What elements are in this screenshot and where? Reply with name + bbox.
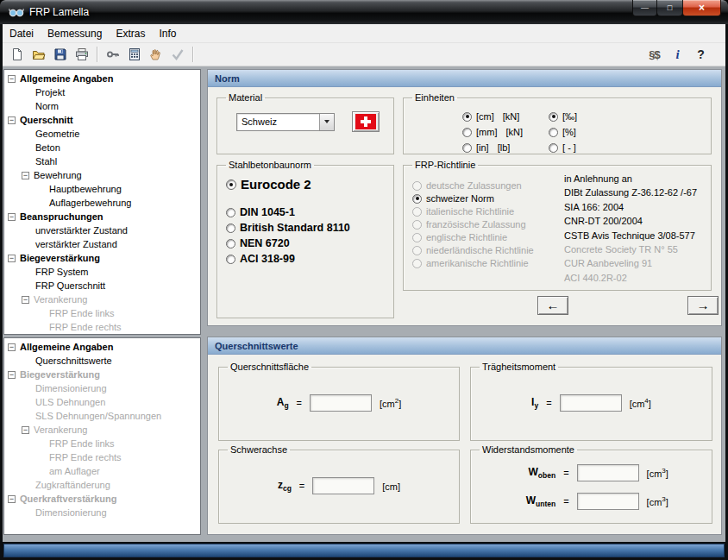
hand-icon bbox=[149, 47, 163, 61]
tree-row: Dimensionierung bbox=[4, 381, 200, 395]
collapse-toggle-icon[interactable]: − bbox=[8, 371, 16, 379]
menu-bemessung[interactable]: Bemessung bbox=[41, 24, 109, 42]
radio-nen-6720[interactable]: NEN 6720 bbox=[226, 237, 388, 249]
info-button[interactable]: i bbox=[667, 44, 688, 65]
radio-in-lb[interactable]: [in][lb] bbox=[462, 142, 523, 153]
tree-item-beanspruchungen[interactable]: Beanspruchungen bbox=[20, 211, 104, 222]
tree-item-allgemeine-angaben[interactable]: Allgemeine Angaben bbox=[20, 73, 113, 84]
license-info-button[interactable]: §$ bbox=[643, 44, 665, 65]
tree-item-querschnittswerte[interactable]: Querschnittswerte bbox=[35, 356, 112, 366]
tree-item-querschnitt[interactable]: Querschnitt bbox=[20, 115, 73, 125]
tree-item-stahl[interactable]: Stahl bbox=[35, 156, 57, 167]
collapse-toggle-icon[interactable]: − bbox=[8, 116, 16, 124]
radio-cm-kn[interactable]: [cm][kN] bbox=[462, 111, 523, 122]
tree-item-frp-ende-links: FRP Ende links bbox=[49, 308, 115, 318]
norm-panel: Norm Material Schweiz Einheiten [cm][ bbox=[207, 69, 722, 326]
print-button[interactable] bbox=[71, 44, 92, 65]
section-moduli-group: Widerstandsmomente Woben = [cm3] Wunten … bbox=[470, 444, 712, 524]
tree-item-auflagerbewehrung[interactable]: Auflagerbewehrung bbox=[49, 198, 131, 208]
tree-item-verankerung: Verankerung bbox=[34, 294, 87, 305]
radio-label: deutsche Zulassungen bbox=[426, 180, 522, 191]
tree-item-beton[interactable]: Beton bbox=[35, 142, 60, 153]
tree-item-verstaerkter-zustand[interactable]: verstärkter Zustand bbox=[35, 239, 117, 249]
radio-eurocode-2[interactable]: Eurocode 2 bbox=[226, 177, 388, 192]
radio-mm-kn[interactable]: [mm][kN] bbox=[462, 127, 523, 137]
chevron-down-icon[interactable] bbox=[319, 114, 334, 130]
material-select[interactable]: Schweiz bbox=[236, 113, 335, 131]
collapse-toggle-icon[interactable]: − bbox=[8, 75, 16, 83]
radio-label: DIN 1045-1 bbox=[240, 206, 295, 218]
swiss-flag-icon bbox=[355, 114, 376, 129]
tree-row: SLS Dehnungen/Spannungen bbox=[4, 409, 200, 423]
pan-button[interactable] bbox=[145, 44, 166, 65]
collapse-toggle-icon[interactable]: − bbox=[8, 495, 16, 503]
title-bar[interactable]: FRP Lamella — □ × bbox=[0, 0, 728, 24]
radio-[interactable]: [‰] bbox=[549, 111, 577, 122]
calculate-button[interactable] bbox=[123, 44, 145, 65]
collapse-toggle-icon[interactable]: − bbox=[22, 296, 29, 304]
menu-extras[interactable]: Extras bbox=[109, 24, 152, 42]
toolbar-right-group: §$ i ? bbox=[643, 44, 712, 65]
tree-row: Querschnittswerte bbox=[4, 354, 200, 368]
save-icon bbox=[53, 47, 67, 61]
country-flag-button[interactable] bbox=[352, 111, 380, 132]
help-icon: ? bbox=[697, 48, 705, 60]
radio-aci-318-99[interactable]: ACI 318-99 bbox=[226, 253, 388, 265]
collapse-toggle-icon[interactable]: − bbox=[22, 172, 29, 179]
area-input[interactable] bbox=[310, 394, 372, 412]
print-icon bbox=[75, 47, 89, 61]
tree-row: FRP Querschnitt bbox=[4, 279, 200, 293]
radio-franzoesische-zulassung: französische Zulassung bbox=[412, 219, 564, 230]
left-arrow-icon: ← bbox=[547, 298, 560, 312]
area-group: Querschnittsfläche Ag = [cm2] bbox=[218, 362, 460, 441]
tree-item-bewehrung[interactable]: Bewehrung bbox=[34, 170, 82, 180]
new-document-button[interactable] bbox=[6, 44, 28, 65]
help-button[interactable]: ? bbox=[690, 44, 712, 65]
tree-item-unverstaerkter-zustand[interactable]: unverstärkter Zustand bbox=[35, 225, 128, 236]
license-key-button[interactable] bbox=[102, 44, 123, 65]
modulus-bottom-input[interactable] bbox=[577, 493, 639, 510]
tree-item-norm[interactable]: Norm bbox=[35, 101, 59, 111]
tree-item-geometrie[interactable]: Geometrie bbox=[35, 129, 79, 139]
tree-item-projekt[interactable]: Projekt bbox=[35, 87, 65, 98]
info-icon: i bbox=[675, 48, 679, 61]
radio-british-standard-8110[interactable]: British Standard 8110 bbox=[226, 222, 388, 234]
tree-item-frp-system[interactable]: FRP System bbox=[35, 267, 89, 277]
tree-row: −Allgemeine Angaben bbox=[4, 72, 200, 85]
menu-datei[interactable]: Datei bbox=[3, 24, 41, 42]
tree-item-biegeverstaerkung[interactable]: Biegeverstärkung bbox=[20, 253, 100, 263]
radio-[interactable]: [ - ] bbox=[549, 142, 577, 153]
frp-reference: Concrete Society TR N° 55 bbox=[564, 242, 697, 256]
centroid-input[interactable] bbox=[312, 477, 374, 494]
collapse-toggle-icon[interactable]: − bbox=[8, 343, 16, 351]
forward-button[interactable]: → bbox=[687, 296, 719, 315]
menu-info[interactable]: Info bbox=[152, 24, 183, 42]
close-button[interactable]: × bbox=[682, 0, 721, 16]
material-select-value: Schweiz bbox=[237, 114, 319, 130]
radio-button-icon bbox=[462, 128, 472, 137]
inertia-input[interactable] bbox=[560, 394, 622, 412]
collapse-toggle-icon[interactable]: − bbox=[8, 255, 16, 262]
area-field-row: Ag = [cm2] bbox=[224, 394, 454, 412]
minimize-button[interactable]: — bbox=[632, 0, 657, 16]
paragraph-icon: §$ bbox=[649, 49, 659, 60]
tree-item-allgemeine-angaben[interactable]: Allgemeine Angaben bbox=[20, 342, 113, 352]
save-button[interactable] bbox=[49, 44, 71, 65]
maximize-button[interactable]: □ bbox=[657, 0, 682, 16]
maximize-icon: □ bbox=[668, 4, 672, 12]
back-button[interactable]: ← bbox=[537, 296, 568, 315]
frp-guideline-group-title: FRP-Richtlinie bbox=[412, 160, 478, 170]
radio-label: Eurocode 2 bbox=[241, 177, 311, 192]
toolbar: §$ i ? bbox=[3, 43, 725, 66]
modulus-top-input[interactable] bbox=[577, 464, 639, 481]
tree-row: Stahl bbox=[4, 154, 200, 168]
tree-item-frp-querschnitt[interactable]: FRP Querschnitt bbox=[35, 280, 105, 291]
radio-[interactable]: [%] bbox=[549, 127, 577, 137]
radio-schweizer-norm[interactable]: schweizer Norm bbox=[412, 193, 564, 204]
collapse-toggle-icon[interactable]: − bbox=[22, 426, 29, 434]
open-file-button[interactable] bbox=[28, 44, 49, 65]
tree-item-hauptbewehrung[interactable]: Hauptbewehrung bbox=[49, 184, 122, 194]
collapse-toggle-icon[interactable]: − bbox=[8, 213, 16, 221]
radio-din-1045-1[interactable]: DIN 1045-1 bbox=[226, 206, 388, 218]
apply-button[interactable] bbox=[166, 44, 188, 65]
